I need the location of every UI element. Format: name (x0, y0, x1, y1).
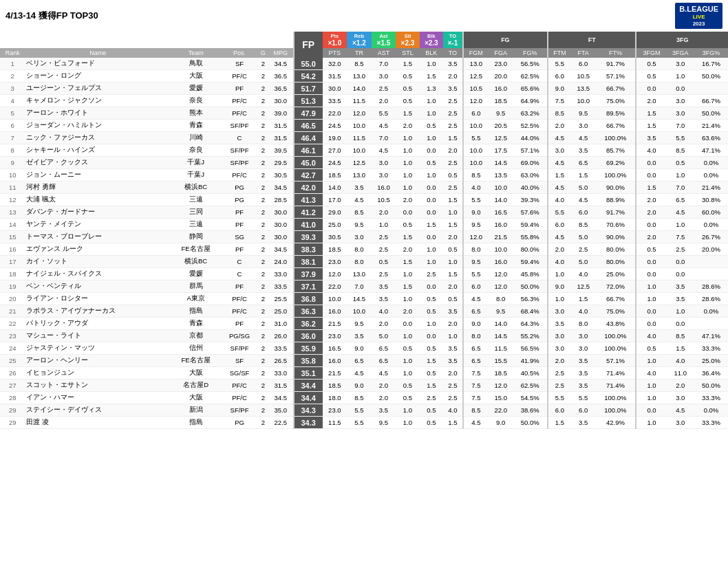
cell-fga: 9.0 (489, 417, 513, 429)
cell-tpp: 28.6% (694, 280, 728, 293)
cell-tpp (694, 256, 728, 268)
cell-pts: 33.5 (323, 95, 347, 107)
table-row: 17カイ・ソット横浜BCC224.038.123.08.00.51.51.01.… (0, 256, 728, 268)
cell-ftp: 90.0% (596, 182, 636, 194)
cell-team: 横浜BC (171, 182, 221, 194)
cell-mpg: 33.5 (268, 342, 294, 355)
table-row: 26イヒョンジュン大阪SG/SF233.035.121.54.54.51.00.… (0, 367, 728, 380)
table-row: 20ライアン・ロシターA東京PF/C225.536.810.014.53.51.… (0, 293, 728, 305)
cell-fga: 14.5 (489, 157, 513, 169)
cell-rank: 20 (0, 293, 25, 305)
cell-fp: 46.4 (294, 132, 323, 144)
cell-fgm: 5.5 (463, 194, 489, 206)
cell-mpg: 33.0 (268, 367, 294, 380)
cell-fp: 36.2 (294, 318, 323, 330)
cell-pts: 18.0 (323, 392, 347, 404)
cell-pts: 18.5 (323, 380, 347, 392)
cell-fgp: 59.4% (513, 219, 548, 231)
cell-name: パトリック・アウダ (25, 318, 171, 330)
cell-fgp: 50.0% (513, 417, 548, 429)
cell-pos: SF (221, 355, 258, 367)
cell-to: 1.5 (443, 417, 463, 429)
empty-header2 (258, 32, 294, 48)
cell-fga: 23.0 (489, 58, 513, 70)
logo-line2: LIVE (693, 14, 705, 21)
cell-ftp: 66.7% (596, 293, 636, 305)
cell-fga: 10.0 (489, 182, 513, 194)
cell-ast: 6.5 (372, 342, 396, 355)
table-row: 6ジョーダン・ハミルトン青森SF/PF231.546.524.510.04.52… (0, 120, 728, 132)
cell-blk: 1.0 (420, 169, 443, 182)
cell-tpm: 0.5 (636, 342, 666, 355)
cell-tpp: 26.7% (694, 231, 728, 243)
cell-tr: 13.0 (347, 169, 372, 182)
cell-tpp: 20.0% (694, 243, 728, 256)
cell-tr: 9.0 (347, 380, 372, 392)
cell-rank: 21 (0, 305, 25, 318)
cell-pos: PG (221, 182, 258, 194)
cell-ftm: 4.5 (548, 182, 571, 194)
cell-fgm: 10.0 (463, 144, 489, 157)
cell-name: ヤンテ・メイテン (25, 219, 171, 231)
cell-tpp: 47.1% (694, 144, 728, 157)
cell-rank: 5 (0, 107, 25, 120)
cell-pos: SG/SF (221, 367, 258, 380)
cell-team: 三遠 (171, 219, 221, 231)
cell-ftm: 2.0 (548, 243, 571, 256)
table-row: 23マシュー・ライト京都PG/SG226.036.023.03.55.01.00… (0, 330, 728, 342)
cell-pos: PG/SG (221, 330, 258, 342)
cell-to: 2.0 (443, 367, 463, 380)
cell-pts: 16.5 (323, 342, 347, 355)
cell-tpa: 0.0 (667, 82, 694, 95)
cell-to: 2.5 (443, 392, 463, 404)
cell-fga: 18.5 (489, 367, 513, 380)
cell-tpa: 4.5 (667, 206, 694, 219)
name-subheader: Name (25, 48, 171, 58)
column-subheader: Rank Name Team Pos. G MPG PTS TR AST STL… (0, 48, 728, 58)
cell-stl: 0.5 (396, 70, 419, 82)
cell-team: 静岡 (171, 231, 221, 243)
table-row: 14ヤンテ・メイテン三遠PF230.041.025.09.51.00.51.51… (0, 219, 728, 231)
cell-tpp: 50.0% (694, 70, 728, 82)
cell-tr: 8.5 (347, 58, 372, 70)
cell-tpa: 8.5 (667, 330, 694, 342)
cell-tpp: 0.0% (694, 169, 728, 182)
cell-g: 2 (258, 392, 268, 404)
cell-to: 2.5 (443, 380, 463, 392)
cell-ftm: 1.0 (548, 268, 571, 280)
cell-fgm: 6.5 (463, 355, 489, 367)
cell-ftp: 70.6% (596, 219, 636, 231)
cell-tpa: 2.5 (667, 243, 694, 256)
cell-fgp: 41.9% (513, 355, 548, 367)
cell-name: ダバンテ・ガードナー (25, 206, 171, 219)
table-row: 27スコット・エサトン名古屋DPF/C231.534.418.59.02.00.… (0, 380, 728, 392)
cell-tpa: 3.5 (667, 293, 694, 305)
cell-ftp: 43.8% (596, 318, 636, 330)
cell-g: 2 (258, 70, 268, 82)
cell-rank: 29 (0, 417, 25, 429)
cell-pos: PG (221, 194, 258, 206)
cell-rank: 17 (0, 256, 25, 268)
cell-to: 0.5 (443, 169, 463, 182)
cell-fta: 6.0 (571, 206, 596, 219)
cell-team: 群馬 (171, 280, 221, 293)
cell-pos: C (221, 268, 258, 280)
pts-subheader: PTS (323, 48, 347, 58)
cell-fp: 37.9 (294, 268, 323, 280)
cell-mpg: 36.5 (268, 70, 294, 82)
cell-tpm: 1.0 (636, 417, 666, 429)
cell-pts: 19.0 (323, 132, 347, 144)
cell-tpm: 0.0 (636, 219, 666, 231)
cell-tr: 9.5 (347, 318, 372, 330)
cell-ftp: 91.7% (596, 206, 636, 219)
cell-g: 2 (258, 194, 268, 206)
cell-pts: 25.0 (323, 219, 347, 231)
ast-subheader: AST (372, 48, 396, 58)
cell-rank: 27 (0, 380, 25, 392)
cell-name: ジョン・ムーニー (25, 169, 171, 182)
cell-fga: 8.0 (489, 293, 513, 305)
cell-tr: 9.0 (347, 342, 372, 355)
cell-team: 大阪 (171, 70, 221, 82)
ft-header: FT (548, 32, 636, 48)
cell-fta: 3.5 (571, 380, 596, 392)
